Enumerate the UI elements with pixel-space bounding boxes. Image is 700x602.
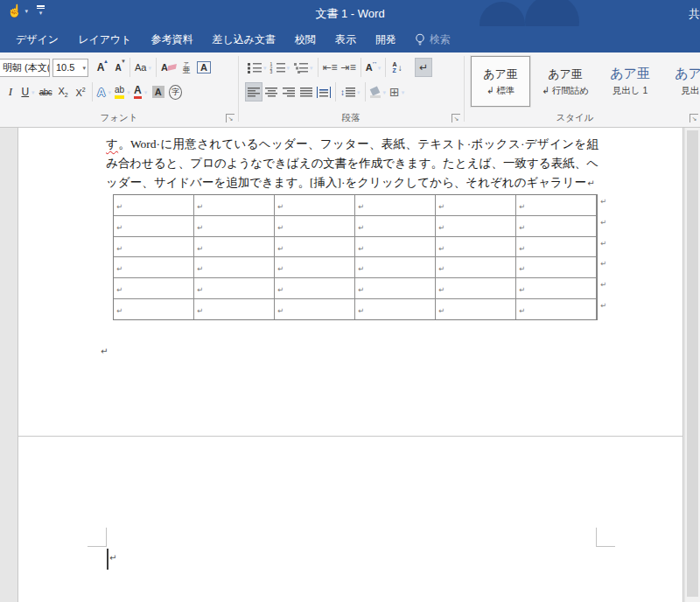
font-color-icon: A <box>134 85 142 99</box>
table-cell[interactable]: ↵ <box>436 278 516 298</box>
share-button[interactable]: 共 <box>689 7 700 22</box>
vertical-scrollbar[interactable] <box>684 128 700 602</box>
change-case-button[interactable]: Aa ▾ <box>133 58 153 77</box>
cell-end-mark: ↵ <box>116 223 122 232</box>
align-right-button[interactable] <box>280 82 298 102</box>
table-cell[interactable]: ↵ <box>114 257 194 277</box>
style-item-1[interactable]: あア亜↲ 標準 <box>471 56 530 107</box>
bullets-button[interactable]: ▾ <box>245 58 269 77</box>
table-cell[interactable]: ↵ <box>516 195 597 215</box>
enclose-characters-button[interactable]: 字 <box>167 82 185 102</box>
line-spacing-button[interactable]: ↕ ▾ <box>339 82 362 102</box>
table-cell[interactable]: ↵ <box>355 195 436 215</box>
table-cell[interactable]: ↵ <box>516 237 597 257</box>
table-cell[interactable]: ↵ <box>355 257 436 277</box>
tab-view[interactable]: 表示 <box>326 26 366 53</box>
text-effects-button[interactable]: A ▾ <box>95 82 113 102</box>
sort-button[interactable]: AZ ↓ <box>388 58 406 77</box>
tab-design[interactable]: デザイン <box>6 26 68 53</box>
table-cell[interactable]: ↵ <box>194 216 275 236</box>
table-cell[interactable]: ↵ <box>194 299 275 319</box>
highlight-button[interactable]: ab ▾ <box>113 82 132 102</box>
numbering-button[interactable]: ▾ <box>269 58 292 77</box>
table-cell[interactable]: ↵ <box>355 216 436 236</box>
style-item-3[interactable]: あア亜見出し 1 <box>600 56 660 107</box>
table-cell[interactable]: ↵ <box>516 299 597 319</box>
table-cell[interactable]: ↵ <box>194 237 275 257</box>
phonetic-guide-button[interactable]: ア 亜 <box>178 58 195 77</box>
table-cell[interactable]: ↵ <box>194 257 275 277</box>
character-shading-button[interactable]: A <box>150 82 167 102</box>
grow-font-button[interactable]: A▲ <box>92 58 109 77</box>
character-scaling-button[interactable]: A ▾ <box>364 58 382 77</box>
table-cell[interactable]: ↵ <box>436 257 516 277</box>
table-cell[interactable]: ↵ <box>275 278 355 298</box>
table-cell[interactable]: ↵ <box>114 216 194 236</box>
tab-review[interactable]: 校閲 <box>285 26 326 53</box>
page-2[interactable]: ↵ <box>18 436 683 602</box>
style-item-4[interactable]: あア亜見出し <box>665 56 700 107</box>
strikethrough-button[interactable]: abc <box>37 82 54 102</box>
justify-button[interactable] <box>298 82 315 102</box>
italic-button[interactable]: I <box>2 82 19 102</box>
show-formatting-marks-toggle[interactable]: ↵ <box>415 58 432 77</box>
style-item-2[interactable]: あア亜↲ 行間詰め <box>536 56 595 107</box>
underline-button[interactable]: U ▾ <box>19 82 37 102</box>
shading-button[interactable]: ▾ <box>368 82 388 102</box>
tab-mailings[interactable]: 差し込み文書 <box>203 26 286 53</box>
italic-icon: I <box>9 85 12 99</box>
table-cell[interactable]: ↵ <box>194 195 275 215</box>
tab-layout[interactable]: レイアウト <box>68 26 141 53</box>
subscript-button[interactable]: X2 <box>54 82 72 102</box>
table-cell[interactable]: ↵ <box>275 257 355 277</box>
increase-indent-button[interactable]: ⇥≡ <box>340 58 358 77</box>
table-cell[interactable]: ↵ <box>355 278 436 298</box>
scrollbar-thumb[interactable] <box>687 130 698 597</box>
align-center-button[interactable] <box>262 82 280 102</box>
table-cell[interactable]: ↵ <box>114 237 194 257</box>
cell-end-mark: ↵ <box>116 264 122 273</box>
shrink-font-button[interactable]: A▼ <box>109 58 127 77</box>
styles-dialog-launcher[interactable]: ↘ <box>690 114 698 122</box>
decrease-indent-button[interactable]: ⇤≡ <box>321 58 340 77</box>
cell-end-mark: ↵ <box>519 306 525 315</box>
align-left-button[interactable] <box>245 82 262 102</box>
cell-end-mark: ↵ <box>438 306 444 315</box>
table-cell[interactable]: ↵ <box>355 299 436 319</box>
tab-references[interactable]: 参考資料 <box>142 26 203 53</box>
table-cell[interactable]: ↵ <box>436 237 516 257</box>
table-cell[interactable]: ↵ <box>275 299 355 319</box>
table-cell[interactable]: ↵ <box>275 216 355 236</box>
superscript-button[interactable]: X2 <box>72 82 89 102</box>
enclose-border-button[interactable]: A <box>195 58 213 77</box>
text-line-3: ッダー、サイドバーを追加できます。[挿入]·をクリックしてから、それぞれのギャラ… <box>106 173 598 192</box>
borders-button[interactable]: ⊞ ▾ <box>388 82 406 102</box>
tell-me-search[interactable]: 検索 <box>406 27 459 52</box>
table-cell[interactable]: ↵ <box>436 299 516 319</box>
table-row: ↵↵↵↵↵↵↵ <box>114 195 597 216</box>
row-end-mark: ↵ <box>600 197 606 206</box>
clear-formatting-button[interactable]: A <box>159 58 178 77</box>
font-color-button[interactable]: A ▾ <box>132 82 150 102</box>
table-cell[interactable]: ↵ <box>516 257 597 277</box>
table-cell[interactable]: ↵ <box>114 278 194 298</box>
table-cell[interactable]: ↵ <box>516 278 597 298</box>
table-cell[interactable]: ↵ <box>436 195 516 215</box>
distribute-button[interactable] <box>315 82 332 102</box>
style-name: ↲ 行間詰め <box>542 85 589 97</box>
font-dialog-launcher[interactable]: ↘ <box>226 114 234 122</box>
multilevel-list-button[interactable]: ▾ <box>291 58 315 77</box>
table-cell[interactable]: ↵ <box>516 216 597 236</box>
table-cell[interactable]: ↵ <box>194 278 275 298</box>
font-name-combo[interactable]: 明朝 (本文( ▾ <box>0 59 50 77</box>
font-size-combo[interactable]: 10.5 ▾ <box>52 59 88 77</box>
table-cell[interactable]: ↵ <box>114 195 194 215</box>
tab-developer[interactable]: 開発 <box>366 26 406 53</box>
table-cell[interactable]: ↵ <box>275 237 355 257</box>
table-cell[interactable]: ↵ <box>436 216 516 236</box>
table-cell[interactable]: ↵ <box>275 195 355 215</box>
table-cell[interactable]: ↵ <box>114 299 194 319</box>
table-cell[interactable]: ↵ <box>355 237 436 257</box>
misspelled-word: す <box>106 137 118 150</box>
paragraph-dialog-launcher[interactable]: ↘ <box>452 114 460 122</box>
